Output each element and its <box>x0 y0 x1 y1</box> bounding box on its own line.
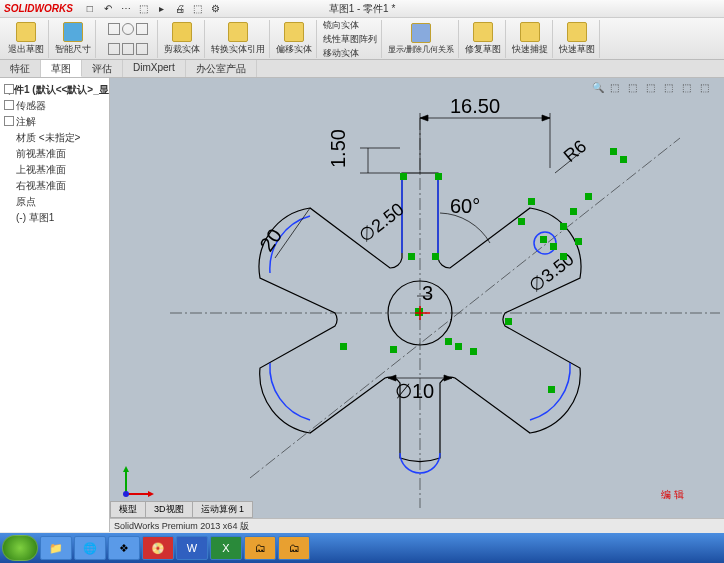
svg-rect-30 <box>455 343 462 350</box>
tab-evaluate[interactable]: 评估 <box>82 60 123 77</box>
mirror-pattern-group: 镜向实体 线性草图阵列 移动实体 <box>319 20 382 58</box>
svg-rect-36 <box>610 148 617 155</box>
svg-rect-33 <box>390 346 397 353</box>
svg-line-2 <box>250 138 680 478</box>
tab-sketch[interactable]: 草图 <box>41 60 82 77</box>
tree-root[interactable]: 零件1 (默认<<默认>_显示状态 <box>4 82 105 98</box>
svg-marker-47 <box>148 491 154 497</box>
dim-dia-3-50[interactable]: ∅3.50 <box>525 249 578 296</box>
svg-point-48 <box>123 491 129 497</box>
windows-taskbar: 📁 🌐 ❖ 📀 W X 🗂 🗂 <box>0 533 724 563</box>
tree-top-plane[interactable]: 上视基准面 <box>4 162 105 178</box>
taskbar-word[interactable]: W <box>176 536 208 560</box>
svg-rect-21 <box>432 253 439 260</box>
arc-icon[interactable] <box>136 23 148 35</box>
taskbar-app2[interactable]: 🗂 <box>244 536 276 560</box>
circle-icon[interactable] <box>122 23 134 35</box>
tab-3dview[interactable]: 3D视图 <box>145 501 193 518</box>
tab-features[interactable]: 特征 <box>0 60 41 77</box>
qat-save-icon[interactable]: ⋯ <box>119 2 133 16</box>
snap-icon <box>520 22 540 42</box>
smart-dimension-button[interactable]: 智能尺寸 <box>51 20 96 58</box>
main-area: 零件1 (默认<<默认>_显示状态 传感器 注解 材质 <未指定> 前视基准面 … <box>0 78 724 532</box>
svg-marker-45 <box>123 466 129 472</box>
feature-tree[interactable]: 零件1 (默认<<默认>_显示状态 传感器 注解 材质 <未指定> 前视基准面 … <box>0 78 110 532</box>
svg-rect-20 <box>408 253 415 260</box>
taskbar-app1[interactable]: ❖ <box>108 536 140 560</box>
svg-rect-35 <box>548 386 555 393</box>
taskbar-ie[interactable]: 🌐 <box>74 536 106 560</box>
snap-button[interactable]: 快速捕捉 <box>508 20 553 58</box>
point-icon[interactable] <box>136 43 148 55</box>
rapid-icon <box>567 22 587 42</box>
dim-3[interactable]: 3 <box>422 282 433 304</box>
tree-material[interactable]: 材质 <未指定> <box>4 130 105 146</box>
exit-sketch-button[interactable]: 退出草图 <box>4 20 49 58</box>
dim-1-50[interactable]: 1.50 <box>327 129 349 168</box>
offset-icon <box>284 22 304 42</box>
edit-mode-label: 编 辑 <box>661 488 684 502</box>
tab-dimxpert[interactable]: DimXpert <box>123 60 186 77</box>
svg-rect-23 <box>550 243 557 250</box>
axis-triad <box>118 462 158 502</box>
svg-rect-25 <box>570 208 577 215</box>
dim-20[interactable]: 20 <box>255 224 286 255</box>
qat-open-icon[interactable]: ↶ <box>101 2 115 16</box>
tree-sensors[interactable]: 传感器 <box>4 98 105 114</box>
taskbar-app3[interactable]: 🗂 <box>278 536 310 560</box>
svg-rect-39 <box>528 198 535 205</box>
qat-undo-icon[interactable]: ▸ <box>155 2 169 16</box>
svg-rect-38 <box>560 223 567 230</box>
repair-button[interactable]: 修复草图 <box>461 20 506 58</box>
svg-marker-8 <box>420 115 428 121</box>
convert-icon <box>228 22 248 42</box>
tab-model[interactable]: 模型 <box>110 501 146 518</box>
tab-motion[interactable]: 运动算例 1 <box>192 501 254 518</box>
taskbar-explorer[interactable]: 📁 <box>40 536 72 560</box>
start-button[interactable] <box>2 535 38 561</box>
dimension-icon <box>63 22 83 42</box>
dim-dia-10[interactable]: ∅10 <box>395 380 434 402</box>
dim-r6[interactable]: R6 <box>560 136 590 166</box>
exit-sketch-icon <box>16 22 36 42</box>
svg-rect-34 <box>340 343 347 350</box>
taskbar-solidworks[interactable]: 📀 <box>142 536 174 560</box>
spline-icon[interactable] <box>122 43 134 55</box>
trim-button[interactable]: 剪裁实体 <box>160 20 205 58</box>
quick-access-toolbar: □ ↶ ⋯ ⬚ ▸ 🖨 ⬚ ⚙ <box>83 2 223 16</box>
svg-rect-24 <box>518 218 525 225</box>
command-manager-tabs: 特征 草图 评估 DimXpert 办公室产品 <box>0 60 724 78</box>
relations-button[interactable]: 显示/删除几何关系 <box>384 20 459 58</box>
qat-redo-icon[interactable]: 🖨 <box>173 2 187 16</box>
app-logo: SOLIDWORKS <box>4 3 73 14</box>
tree-origin[interactable]: 原点 <box>4 194 105 210</box>
qat-new-icon[interactable]: □ <box>83 2 97 16</box>
ribbon: 退出草图 智能尺寸 剪裁实体 转换实体引用 偏移实体 镜向实体 线性草图阵列 移… <box>0 18 724 60</box>
tree-annotations[interactable]: 注解 <box>4 114 105 130</box>
svg-rect-26 <box>585 193 592 200</box>
window-title: 草图1 - 零件1 * <box>329 2 396 16</box>
qat-options-icon[interactable]: ⚙ <box>209 2 223 16</box>
offset-button[interactable]: 偏移实体 <box>272 20 317 58</box>
rect-icon[interactable] <box>108 43 120 55</box>
rapid-sketch-button[interactable]: 快速草图 <box>555 20 600 58</box>
svg-line-14 <box>275 208 310 258</box>
svg-marker-9 <box>542 115 550 121</box>
convert-button[interactable]: 转换实体引用 <box>207 20 270 58</box>
qat-print-icon[interactable]: ⬚ <box>137 2 151 16</box>
trim-icon <box>172 22 192 42</box>
graphics-viewport[interactable]: 🔍 ⬚ ⬚ ⬚ ⬚ ⬚ ⬚ <box>110 78 724 532</box>
dim-dia-2-50[interactable]: ∅2.50 <box>355 199 408 246</box>
dim-60deg[interactable]: 60° <box>450 195 480 217</box>
tab-office[interactable]: 办公室产品 <box>186 60 257 77</box>
model-tabs: 模型 3D视图 运动算例 1 <box>110 501 252 518</box>
tree-front-plane[interactable]: 前视基准面 <box>4 146 105 162</box>
tree-right-plane[interactable]: 右视基准面 <box>4 178 105 194</box>
tree-sketch1[interactable]: (-) 草图1 <box>4 210 105 226</box>
sketch-drawing: 16.50 1.50 R6 60° 20 ∅2.50 ∅3.50 3 ∅10 <box>110 78 724 532</box>
taskbar-excel[interactable]: X <box>210 536 242 560</box>
qat-rebuild-icon[interactable]: ⬚ <box>191 2 205 16</box>
line-icon[interactable] <box>108 23 120 35</box>
dim-16-50[interactable]: 16.50 <box>450 95 500 117</box>
svg-rect-31 <box>470 348 477 355</box>
